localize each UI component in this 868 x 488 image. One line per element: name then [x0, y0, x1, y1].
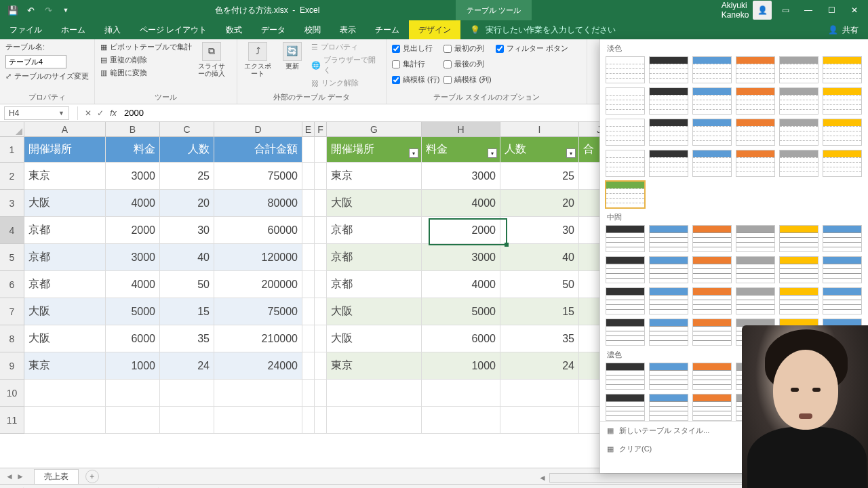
style-thumb[interactable]: [606, 363, 645, 390]
cell[interactable]: [302, 325, 315, 352]
cell[interactable]: 200000: [214, 271, 302, 298]
style-thumb[interactable]: [779, 87, 818, 115]
tab-デザイン[interactable]: デザイン: [409, 20, 460, 39]
cell[interactable]: 料金▾: [422, 137, 500, 163]
cell[interactable]: 35: [500, 325, 579, 352]
cell[interactable]: 3000: [422, 244, 500, 271]
cell[interactable]: 24000: [214, 352, 302, 380]
cell[interactable]: [315, 352, 327, 380]
cell[interactable]: 京都: [24, 271, 106, 298]
style-thumb[interactable]: [649, 56, 688, 83]
resize-table-button[interactable]: ⤢テーブルのサイズ変更: [5, 71, 89, 81]
enter-icon[interactable]: ✓: [94, 108, 106, 118]
cell[interactable]: 2000: [106, 217, 160, 244]
cell[interactable]: 40: [500, 244, 579, 271]
cell[interactable]: 4000: [422, 271, 500, 298]
row-header[interactable]: 9: [0, 352, 24, 380]
style-thumb[interactable]: [736, 119, 775, 146]
cell[interactable]: [302, 137, 315, 163]
col-header-E[interactable]: E: [302, 122, 315, 137]
cell[interactable]: 人数▾: [500, 137, 579, 163]
style-thumb[interactable]: [779, 150, 818, 177]
style-thumb[interactable]: [692, 56, 732, 83]
cell[interactable]: 京都: [24, 244, 106, 271]
cell[interactable]: 30: [500, 217, 579, 244]
cell[interactable]: 15: [160, 298, 214, 325]
style-thumb[interactable]: [736, 150, 775, 177]
row-header[interactable]: 11: [0, 407, 24, 434]
col-header-I[interactable]: I: [500, 122, 579, 137]
cell[interactable]: [302, 271, 315, 298]
cell[interactable]: [315, 298, 327, 325]
filter-icon[interactable]: ▾: [409, 148, 418, 158]
sheet-tab[interactable]: 売上表: [34, 469, 79, 484]
cell[interactable]: 東京: [327, 352, 422, 380]
cell[interactable]: 24: [500, 352, 579, 380]
cell[interactable]: 大阪: [327, 190, 422, 217]
cell[interactable]: 大阪: [327, 298, 422, 325]
filter-button-checkbox[interactable]: フィルター ボタン: [496, 43, 568, 54]
style-thumb[interactable]: [649, 394, 688, 421]
banded-cols-checkbox[interactable]: 縞模様 (列): [443, 75, 491, 85]
style-thumb[interactable]: [606, 225, 645, 252]
style-thumb[interactable]: [692, 256, 732, 283]
cell[interactable]: 60000: [214, 217, 302, 244]
filter-icon[interactable]: ▾: [488, 148, 497, 158]
style-thumb[interactable]: [692, 225, 732, 252]
cell[interactable]: 大阪: [24, 325, 106, 352]
col-header-F[interactable]: F: [315, 122, 327, 137]
cell[interactable]: [302, 163, 315, 190]
style-thumb[interactable]: [823, 225, 862, 252]
style-thumb[interactable]: [649, 150, 688, 177]
style-thumb[interactable]: [692, 150, 732, 177]
refresh-button[interactable]: 🔄更新: [277, 42, 307, 91]
style-thumb[interactable]: [823, 287, 862, 314]
cell[interactable]: 3000: [106, 163, 160, 190]
style-thumb[interactable]: [606, 287, 645, 314]
cell[interactable]: 大阪: [327, 325, 422, 352]
save-icon[interactable]: 💾: [5, 3, 20, 18]
row-header[interactable]: 8: [0, 325, 24, 352]
cell[interactable]: 料金: [106, 137, 160, 163]
user-name[interactable]: Akiyuki Kaneko: [726, 1, 745, 20]
cell[interactable]: 20: [160, 190, 214, 217]
new-sheet-button[interactable]: +: [85, 470, 99, 483]
cell[interactable]: [315, 407, 327, 434]
cell[interactable]: [422, 407, 500, 434]
ribbon-display-icon[interactable]: ▭: [776, 1, 795, 20]
style-thumb[interactable]: [823, 256, 862, 283]
insert-slicer-button[interactable]: ⧉ スライサーの挿入: [196, 42, 227, 91]
cell[interactable]: 大阪: [24, 298, 106, 325]
first-col-checkbox[interactable]: 最初の列: [443, 43, 491, 54]
row-header[interactable]: 5: [0, 244, 24, 271]
tab-nav-prev-icon[interactable]: ◄: [5, 472, 14, 481]
style-thumb[interactable]: [606, 150, 645, 177]
row-header[interactable]: 7: [0, 298, 24, 325]
tab-校閲[interactable]: 校閲: [295, 20, 330, 39]
style-thumb[interactable]: [736, 56, 775, 83]
style-thumb[interactable]: [779, 256, 818, 283]
header-row-checkbox[interactable]: 見出し行: [392, 43, 439, 54]
remove-duplicates-button[interactable]: ▤重複の削除: [100, 55, 192, 65]
cell[interactable]: [500, 380, 579, 407]
cell[interactable]: 25: [160, 163, 214, 190]
style-thumb[interactable]: [692, 319, 732, 346]
cell[interactable]: 3000: [106, 244, 160, 271]
style-thumb[interactable]: [649, 363, 688, 390]
cell[interactable]: 6000: [106, 325, 160, 352]
cell[interactable]: 京都: [327, 244, 422, 271]
tab-表示[interactable]: 表示: [330, 20, 366, 39]
chevron-down-icon[interactable]: ▼: [58, 110, 64, 117]
style-thumb[interactable]: [649, 225, 688, 252]
tab-ページ レイアウト[interactable]: ページ レイアウト: [130, 20, 216, 39]
filter-icon[interactable]: ▾: [566, 148, 576, 158]
tab-チーム[interactable]: チーム: [366, 20, 409, 39]
cell[interactable]: 5000: [422, 298, 500, 325]
cell[interactable]: [302, 217, 315, 244]
col-header-D[interactable]: D: [214, 122, 302, 137]
cell[interactable]: [422, 380, 500, 407]
cell[interactable]: 3000: [422, 163, 500, 190]
style-thumb[interactable]: [606, 181, 645, 208]
cell[interactable]: [302, 298, 315, 325]
undo-icon[interactable]: ↶: [23, 3, 38, 18]
